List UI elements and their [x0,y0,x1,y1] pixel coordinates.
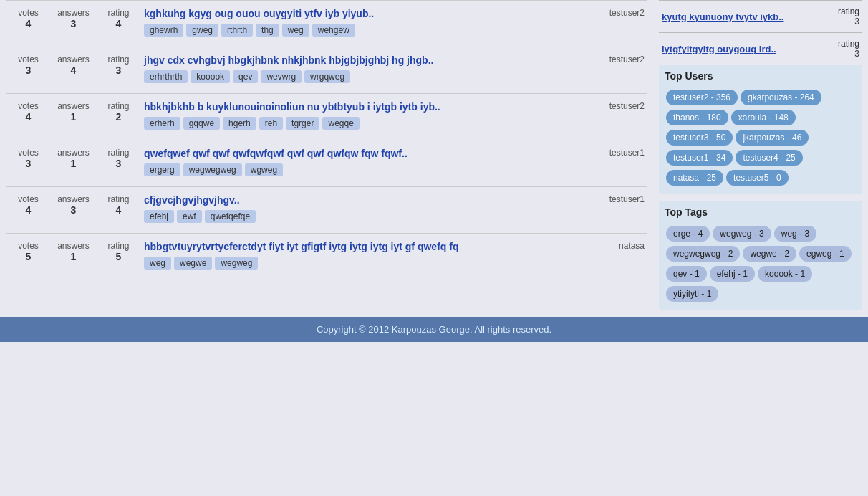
q-votes: votes 3 [9,148,48,169]
q-author: testuser1 [587,148,645,158]
tag[interactable]: qev [233,70,258,83]
q-tags: wegwegwewegweg [144,257,582,270]
q-answers: answers 1 [54,148,93,169]
tag[interactable]: qwefqefqe [205,210,256,223]
tag-badge[interactable]: weg - 3 [774,226,816,242]
q-tags: erhrthrthkooookqevwevwrgwrgqweg [144,70,582,83]
user-badge[interactable]: testuser1 - 34 [666,150,733,166]
q-rating: rating 3 [99,54,138,76]
right-q-title[interactable]: iytgfyitgyitg ouygoug ird.. [662,44,816,54]
tag[interactable]: wgweg [245,163,283,176]
q-tags: ergergwegwegwegwgweg [144,163,582,176]
tag-badge[interactable]: egweg - 1 [799,246,852,262]
tag[interactable]: erhrthrth [144,70,188,83]
tag[interactable]: kooook [191,70,230,83]
q-content: hbkhjbkhb b kuyklunouinoinoliun nu ybtbt… [144,101,582,133]
q-content: jhgv cdx cvhgbvj hbgkjhbnk nhkjhbnk hbjg… [144,54,582,86]
tag[interactable]: rthrth [221,24,253,37]
tag[interactable]: wrgqweg [304,70,350,83]
user-badge[interactable]: natasa - 25 [666,170,723,186]
tag-badge[interactable]: efehj - 1 [710,266,755,282]
q-rating: rating 3 [99,148,138,169]
right-question-item: iytgfyitgyitg ouygoug ird.. rating3 [659,32,862,65]
q-votes: votes 4 [9,8,48,29]
q-content: qwefqwef qwf qwf qwfqwfqwf qwf qwf qwfqw… [144,148,582,179]
tag[interactable]: reh [259,117,283,130]
q-votes: votes 5 [9,241,48,262]
tag-badge[interactable]: qev - 1 [666,266,707,282]
q-answers: answers 1 [54,241,93,262]
q-tags: ghewrhgwegrthrththgwegwehgew [144,24,582,37]
tag-badge[interactable]: kooook - 1 [758,266,812,282]
tag[interactable]: wegwegweg [183,163,242,176]
question-row: votes 5 answers 1 rating 5 hbbgtvtuyrytv… [6,233,647,280]
q-content: cfjgvcjhgvjhgvjhgv.. efehjewfqwefqefqe [144,194,582,226]
q-answers: answers 4 [54,54,93,76]
tag[interactable]: tgrger [286,117,319,130]
q-content: kghkuhg kgyg oug ouou ouygyiti ytfv iyb … [144,8,582,39]
q-author: testuser1 [587,194,645,204]
tag[interactable]: wehgew [312,24,355,37]
q-title[interactable]: qwefqwef qwf qwf qwfqwfqwf qwf qwf qwfqw… [144,148,582,159]
right-q-title[interactable]: kyutg kyunuony tvytv iykb.. [662,11,816,22]
q-votes: votes 3 [9,54,48,76]
tag[interactable]: efehj [144,210,174,223]
q-rating: rating 5 [99,241,138,262]
right-rating: rating3 [816,39,859,59]
tag[interactable]: weg [144,257,171,270]
tag[interactable]: hgerh [223,117,256,130]
tag[interactable]: wegweg [215,257,258,270]
user-badge[interactable]: testuser4 - 25 [736,150,802,166]
q-votes: votes 4 [9,101,48,123]
tag-badge[interactable]: wegwegweg - 2 [666,246,740,262]
top-tags-section: Top Tags erge - 4wegweg - 3weg - 3wegweg… [659,201,862,310]
q-answers: answers 1 [54,101,93,123]
right-panel: kyutg kyunuony tvytv iykb.. rating3 iytg… [653,0,868,317]
footer: Copyright © 2012 Karpouzas George. All r… [0,317,868,342]
tag[interactable]: wevwrg [261,70,302,83]
tag-badge[interactable]: wegweg - 3 [713,226,771,242]
top-users-title: Top Users [665,70,857,82]
user-badge[interactable]: xaroula - 148 [731,110,796,125]
user-badge[interactable]: testuser5 - 0 [726,170,789,186]
q-title[interactable]: hbkhjbkhb b kuyklunouinoinoliun nu ybtbt… [144,101,582,113]
right-rating: rating3 [816,6,859,27]
q-votes: votes 4 [9,194,48,216]
question-row: votes 3 answers 4 rating 3 jhgv cdx cvhg… [6,47,647,93]
top-tags-title: Top Tags [665,206,857,218]
tag[interactable]: gweg [186,24,218,37]
tag[interactable]: thg [256,24,279,37]
tag[interactable]: erherh [144,117,180,130]
tag[interactable]: wegqe [322,117,359,130]
tag[interactable]: wegwe [174,257,212,270]
tag-badge[interactable]: erge - 4 [666,226,710,242]
tag-badge[interactable]: ytiyityti - 1 [666,286,718,302]
q-title[interactable]: kghkuhg kgyg oug ouou ouygyiti ytfv iyb … [144,8,582,19]
q-tags: erherhgqqwehgerhrehtgrgerwegqe [144,117,582,130]
q-rating: rating 2 [99,101,138,123]
right-question-item: kyutg kyunuony tvytv iykb.. rating3 [659,0,862,32]
q-author: testuser2 [587,101,645,111]
question-row: votes 4 answers 3 rating 4 cfjgvcjhgvjhg… [6,186,647,233]
q-answers: answers 3 [54,194,93,216]
tag[interactable]: weg [282,24,309,37]
tag[interactable]: ergerg [144,163,180,176]
q-title[interactable]: jhgv cdx cvhgbvj hbgkjhbnk nhkjhbnk hbjg… [144,54,582,66]
user-badge[interactable]: testuser3 - 50 [666,130,733,146]
q-title[interactable]: hbbgtvtuyrytvrtycferctdyt fiyt iyt gfigt… [144,241,582,252]
q-rating: rating 4 [99,8,138,29]
question-row: votes 4 answers 1 rating 2 hbkhjbkhb b k… [6,93,647,140]
q-rating: rating 4 [99,194,138,216]
tag[interactable]: ghewrh [144,24,183,37]
user-badge[interactable]: gkarpouzas - 264 [741,90,821,105]
q-title[interactable]: cfjgvcjhgvjhgvjhgv.. [144,194,582,206]
q-content: hbbgtvtuyrytvrtycferctdyt fiyt iyt gfigt… [144,241,582,272]
question-row: votes 4 answers 3 rating 4 kghkuhg kgyg … [6,0,647,47]
footer-text: Copyright © 2012 Karpouzas George. All r… [317,324,551,335]
user-badge[interactable]: thanos - 180 [666,110,728,125]
tag-badge[interactable]: wegwe - 2 [743,246,796,262]
user-badge[interactable]: testuser2 - 356 [666,90,738,105]
tag[interactable]: ewf [177,210,202,223]
user-badge[interactable]: jkarpouzas - 46 [736,130,809,146]
tag[interactable]: gqqwe [183,117,220,130]
